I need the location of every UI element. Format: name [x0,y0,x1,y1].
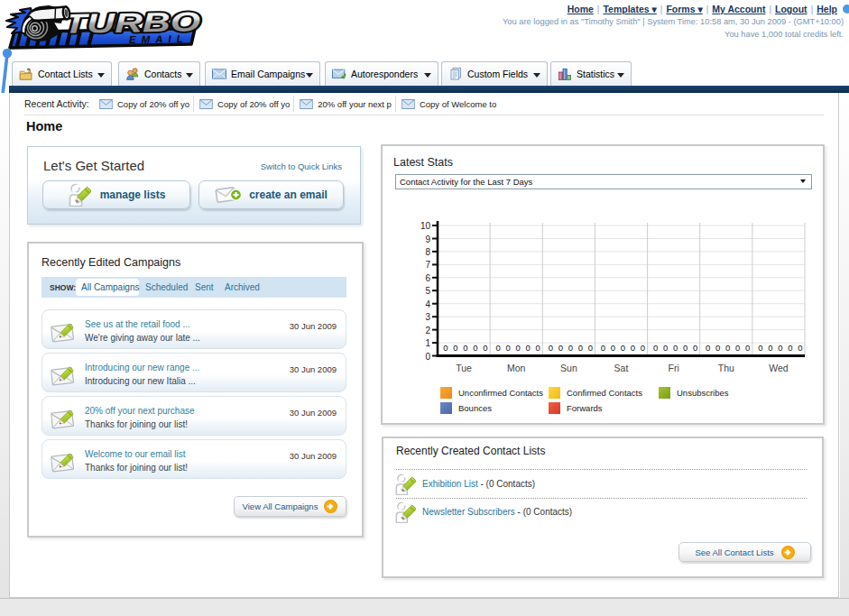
svg-text:0: 0 [788,343,792,353]
svg-text:0: 0 [663,343,668,353]
svg-text:0: 0 [495,343,500,353]
svg-text:Sat: Sat [614,363,629,373]
svg-text:0: 0 [568,343,573,353]
svg-text:0: 0 [653,343,658,353]
svg-text:6: 6 [425,273,430,283]
svg-text:0: 0 [715,343,720,353]
svg-text:TURBO: TURBO [63,6,201,39]
svg-text:0: 0 [453,343,457,353]
svg-text:Wed: Wed [769,363,789,373]
svg-text:5: 5 [425,286,430,296]
svg-text:Fri: Fri [668,363,678,373]
svg-text:0: 0 [798,343,802,353]
svg-text:8: 8 [425,247,430,257]
svg-text:0: 0 [588,343,593,353]
svg-text:0: 0 [611,343,615,353]
svg-text:0: 0 [515,343,520,353]
svg-text:Thu: Thu [718,363,734,373]
svg-text:7: 7 [425,260,430,270]
svg-text:Sun: Sun [560,363,577,373]
svg-text:0: 0 [631,343,635,353]
svg-text:0: 0 [578,343,583,353]
svg-text:0: 0 [549,343,553,353]
svg-text:0: 0 [778,343,782,353]
svg-text:0: 0 [621,343,625,353]
svg-text:1: 1 [425,338,430,348]
svg-text:0: 0 [758,343,762,353]
svg-text:0: 0 [706,343,710,353]
svg-text:0: 0 [535,343,540,353]
svg-text:Tue: Tue [456,363,472,373]
svg-text:0: 0 [525,343,530,353]
svg-text:4: 4 [425,299,430,309]
svg-text:0: 0 [505,343,510,353]
svg-text:0: 0 [735,343,740,353]
svg-text:2: 2 [425,326,430,336]
svg-text:0: 0 [673,343,678,353]
svg-text:0: 0 [463,343,467,353]
svg-text:0: 0 [425,352,430,362]
svg-text:0: 0 [725,343,730,353]
svg-text:0: 0 [745,343,750,353]
svg-text:9: 9 [425,234,430,244]
svg-text:10: 10 [420,221,431,231]
svg-text:0: 0 [768,343,772,353]
svg-text:0: 0 [483,343,487,353]
svg-text:0: 0 [693,343,697,353]
svg-text:0: 0 [641,343,645,353]
svg-text:3: 3 [425,312,430,322]
svg-text:0: 0 [443,343,448,353]
svg-text:Mon: Mon [507,363,526,373]
svg-text:0: 0 [683,343,688,353]
svg-text:0: 0 [473,343,477,353]
svg-text:0: 0 [601,343,605,353]
svg-text:0: 0 [558,343,563,353]
